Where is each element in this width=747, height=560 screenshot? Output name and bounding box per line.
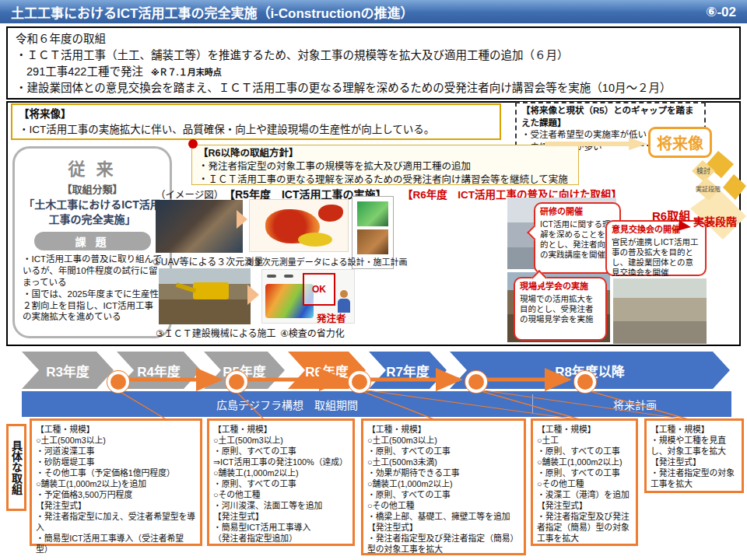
timeline-year-r7: R7年度 — [369, 352, 447, 389]
detail-box-r6: 【工種・規模】 ○土工 ・原則、すべての工事 ○舗装工(1,000m2以上) ・… — [531, 418, 638, 546]
summary-box: 令和６年度の取組 ・ＩＣＴ活用工事（土工、舗装工等）を推進するため、対象工事の規… — [6, 26, 741, 100]
bubble-siteview: 現場見学会の実施 現場での活用拡大を目的とし、受発注者の現場見学会を実施 — [514, 277, 607, 341]
caption-machine: ③ＩＣＴ建設機械による施工 — [156, 326, 275, 339]
future-vision-box: 【将来像】 ・ICT活用工事の実施拡大に伴い、品質確保・向上や建設現場の生産性が… — [11, 103, 501, 140]
gap-heading: 【将来像と現状（R5）とのギャップを踏まえた課題】 — [521, 105, 700, 129]
drone-icon — [267, 271, 293, 281]
policy-heading: 【R6以降の取組方針】 — [198, 147, 572, 160]
legacy-issues: ・ICT活用工事の普及に取り組んでいるが、年間10件程度の試行に留まっている ・… — [23, 254, 162, 324]
future-vision-body: ・ICT活用工事の実施拡大に伴い、品質確保・向上や建設現場の生産性が向上している… — [19, 122, 493, 138]
year-dot-icon — [226, 371, 247, 393]
detail-box-r3: 【工種・規模】 ○土工(500m3以上) ・河道浚渫工事 ・砂防堰堤工事 ・その… — [30, 418, 202, 546]
year-dot-icon — [465, 371, 487, 393]
ok-stamp: OK — [303, 273, 335, 306]
terrain-thumb-brown — [357, 229, 388, 254]
stage-pyramid: 検討 実証段階 実装段階 — [687, 148, 746, 258]
arrow-right-icon — [237, 210, 247, 229]
legacy-box: 従 来 【取組分類】 「土木工事におけるICT活用工事の完全実施」 課 題 ・I… — [12, 146, 172, 338]
year-dot-icon — [349, 371, 370, 393]
future-vision-heading: 【将来像】 — [19, 107, 493, 122]
timeline-year-r4: R4年度 — [117, 352, 201, 389]
pyramid-step2: 実証段階 — [696, 185, 721, 193]
client-label: 発注者 — [317, 310, 346, 325]
excavator-icon — [193, 282, 229, 299]
photo-inspection: OK 発注者 — [261, 269, 355, 324]
legacy-category: 「土木工事におけるICT活用工事の完全実施」 — [23, 198, 162, 227]
issue-pill: 課 題 — [34, 232, 151, 250]
timeline-year-r3: R3年度 — [22, 352, 114, 389]
policy-items: ・発注者指定型の対象工事の規模等を拡大及び適用工種の追加 ・ＩＣＴ活用工事の更な… — [198, 160, 572, 187]
summary-line-1: ・ＩＣＴ活用工事（土工、舗装工等）を推進するため、対象工事の規模等を拡大及び適用… — [16, 47, 731, 64]
summary-note: ※Ｒ７.１月末時点 — [151, 68, 222, 77]
summary-line-3: ・建設業団体との意見交換会を踏まえ、ＩＣＴ活用工事の更なる理解を深めるための受発… — [16, 80, 731, 96]
terrain-blob — [298, 233, 332, 247]
page-code: ⑥-02 — [706, 4, 736, 20]
photo-3d-design — [249, 199, 349, 252]
arrow-right-icon — [247, 285, 259, 305]
page-title: 土工工事におけるICT活用工事の完全実施（i-Constructionの推進） — [11, 2, 414, 22]
year-dot-icon — [574, 371, 596, 393]
detail-box-r5: 【工種・規模】 ○土工(500m3以上) ・原則、すべての工事 ○土工(500m… — [361, 418, 526, 555]
caption-design: ②３次元測量データによる設計・施工計画 — [246, 255, 408, 268]
summary-heading: 令和６年度の取組 — [16, 31, 731, 47]
photo-uav-survey — [156, 200, 243, 253]
arrow-right-icon — [678, 220, 692, 233]
pyramid-step3: 実装段階 — [693, 215, 737, 228]
policy-box: 【R6以降の取組方針】 ・発注者指定型の対象工事の規模等を拡大及び適用工種の追加… — [191, 145, 579, 185]
future-badge: 将来像 — [648, 127, 712, 158]
pyramid-step1: 検討 — [696, 166, 710, 175]
photo-exchange-meeting — [613, 278, 707, 344]
connector-dot-icon — [188, 139, 198, 149]
legacy-title: 従 来 — [23, 155, 162, 180]
side-label: 具体な取組 — [6, 424, 26, 511]
summary-line-2: 291工事422工種で発注※Ｒ７.１月末時点 — [16, 64, 731, 80]
band-right-label: 将来計画 — [613, 397, 657, 412]
terrain-thumb-green — [357, 201, 388, 226]
band-left-label: 広島デジフラ構想 取組期間 — [216, 397, 358, 412]
caption-inspection: ④検査の省力化 — [280, 326, 345, 339]
band-divider — [532, 394, 533, 414]
detail-box-r8: 【工種・規模】 ・規模や工種を見直し、対象工事を拡大 【発注型式】 ・発注者指定… — [644, 418, 744, 493]
slide: 土工工事におけるICT活用工事の完全実施（i-Constructionの推進） … — [0, 0, 747, 560]
year-dot-icon — [107, 371, 129, 393]
terrain-blob — [318, 205, 343, 222]
photo-ict-machine — [159, 268, 251, 324]
timeline-band: 広島デジフラ構想 取組期間 将来計画 — [22, 391, 731, 417]
legacy-category-heading: 【取組分類】 — [23, 181, 162, 196]
detail-box-r4: 【工種・規模】 ○土工(500m3以上) ・原則、すべての工事 ⇒ICT活用工事… — [207, 418, 355, 546]
title-bar: 土工工事におけるICT活用工事の完全実施（i-Constructionの推進） … — [0, 0, 747, 23]
